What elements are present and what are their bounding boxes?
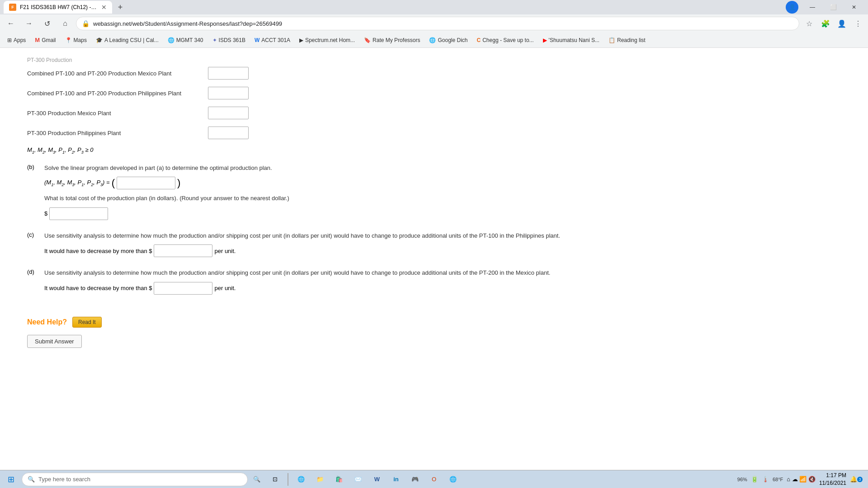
url-text: webassign.net/web/Student/Assignment-Res… [93, 20, 793, 27]
cost-question-text: What is total cost of the production pla… [44, 194, 841, 203]
battery-percentage: 96% [737, 477, 747, 482]
tuple-row: (M1, M2, M3, P1, P2, P3) = ( ) [44, 177, 841, 189]
field-pt300-mexico-input[interactable] [208, 107, 249, 119]
bookmark-spectrum[interactable]: ▶ Spectrum.net Hom... [296, 34, 359, 46]
scrolled-header: PT-300 Production [27, 57, 841, 63]
taskbar-edge-app[interactable]: 🌐 [292, 470, 310, 488]
taskbar-chrome-app[interactable]: 🌐 [444, 470, 462, 488]
taskbar-office-app[interactable]: O [425, 470, 443, 488]
part-c-input[interactable] [154, 244, 212, 257]
bookmark-shuumatsu[interactable]: ▶ 'Shuumatsu Nani S... [539, 34, 603, 46]
taskbar-linkedin-app[interactable]: in [387, 470, 405, 488]
extensions-icon[interactable]: 🧩 [819, 17, 832, 30]
part-b-section: (b) Solve the linear program developed i… [27, 164, 841, 220]
mgmt-icon: 🌐 [168, 37, 175, 43]
google-dich-icon: 🌐 [429, 37, 436, 43]
field-pt300-philippines-input[interactable] [208, 127, 249, 139]
bookmark-google-dich-label: Google Dich [438, 37, 467, 43]
apps-icon: ⊞ [7, 37, 12, 43]
tuple-open-paren: ( [112, 177, 115, 189]
reading-icon: 📋 [609, 37, 615, 43]
thermometer-icon: 🌡️ [762, 476, 769, 483]
system-tray-icons: ⌂ ☁ 📶 🔇 [787, 476, 816, 483]
bookmark-acct-label: ACCT 301A [261, 37, 290, 43]
submit-button[interactable]: Submit Answer [27, 335, 82, 348]
taskbar-task-view[interactable]: ⊡ [266, 470, 284, 488]
part-c-text: Use sensitivity analysis to determine ho… [44, 231, 841, 240]
forward-button[interactable]: → [22, 16, 36, 31]
minimize-button[interactable]: — [802, 0, 823, 14]
maximize-button[interactable]: ⬜ [823, 0, 844, 14]
dollar-sign: $ [44, 210, 47, 217]
home-button[interactable]: ⌂ [58, 16, 72, 31]
taskbar-cortana-button[interactable]: 🔍 [250, 472, 264, 487]
new-tab-button[interactable]: + [114, 1, 127, 14]
read-it-button[interactable]: Read It [72, 317, 102, 328]
bookmark-csu[interactable]: 🎓 A Leading CSU | Cal... [92, 34, 162, 46]
window-controls: — ⬜ ✕ [802, 0, 864, 14]
bookmark-acct[interactable]: W ACCT 301A [251, 34, 294, 46]
profile-icon[interactable]: 👤 [835, 17, 848, 30]
taskbar-store-app[interactable]: 🛍️ [330, 470, 348, 488]
taskbar-explorer-app[interactable]: 📁 [311, 470, 329, 488]
taskbar-mail-app[interactable]: ✉️ [349, 470, 367, 488]
bookmark-gmail-label: Gmail [42, 37, 56, 43]
shuumatsu-icon: ▶ [543, 37, 547, 43]
field-philippines-input[interactable] [208, 87, 249, 99]
tuple-label: (M1, M2, M3, P1, P2, P3) = [44, 179, 110, 187]
tuple-input[interactable] [117, 177, 175, 189]
bookmark-rmp[interactable]: 🔖 Rate My Professors [360, 34, 424, 46]
notification-button[interactable]: 🔔 3 [850, 473, 863, 486]
part-c-answer-row: It would have to decrease by more than $… [44, 244, 841, 257]
task-view-icon: ⊡ [273, 476, 278, 483]
constraint-text: M1, M2, M3, P1, P2, P3 ≥ 0 [27, 146, 93, 153]
cost-input[interactable] [49, 207, 108, 220]
refresh-button[interactable]: ↺ [40, 16, 54, 31]
part-d-prefix: It would have to decrease by more than $ [44, 285, 152, 291]
mail-icon: ✉️ [354, 476, 362, 483]
url-bar[interactable]: 🔒 webassign.net/web/Student/Assignment-R… [76, 17, 799, 30]
field-mexico-input[interactable] [208, 67, 249, 80]
notification-icon: 🔔 [850, 476, 857, 483]
bookmarks-bar: ⊞ Apps M Gmail 📍 Maps 🎓 A Leading CSU | … [0, 33, 868, 48]
date-display: 11/16/2021 [819, 479, 846, 487]
titlebar-controls: 👤 [786, 1, 798, 14]
bookmark-apps[interactable]: ⊞ Apps [4, 34, 29, 46]
back-button[interactable]: ← [4, 16, 18, 31]
active-tab[interactable]: F F21 ISDS361B HW7 (Ch12) - ISD... ✕ [4, 1, 112, 14]
part-d-input[interactable] [154, 282, 212, 295]
bookmark-reading[interactable]: 📋 Reading list [605, 34, 649, 46]
isds-icon: ✦ [212, 37, 217, 43]
menu-icon[interactable]: ⋮ [852, 17, 864, 30]
battery-icon: 🔋 [751, 476, 758, 483]
spectrum-icon: ▶ [299, 37, 303, 43]
close-button[interactable]: ✕ [844, 0, 864, 14]
field-philippines-label: Combined PT-100 and PT-200 Production Ph… [27, 90, 199, 97]
bookmark-reading-label: Reading list [617, 37, 646, 43]
gmail-icon: M [35, 37, 40, 43]
need-help-text: Need Help? [27, 318, 67, 326]
bookmark-gmail[interactable]: M Gmail [31, 34, 59, 46]
bookmark-mgmt[interactable]: 🌐 MGMT 340 [164, 34, 207, 46]
office-icon: O [432, 476, 436, 483]
field-pt300-mexico-label: PT-300 Production Mexico Plant [27, 110, 199, 117]
profile-avatar[interactable]: 👤 [786, 1, 798, 14]
taskbar-search-bar[interactable]: 🔍 Type here to search [22, 473, 248, 486]
time-display: 1:17 PM [819, 472, 846, 479]
field-row-mexico: Combined PT-100 and PT-200 Production Me… [27, 67, 841, 80]
maps-icon: 📍 [65, 37, 72, 43]
taskbar-system-tray: 96% 🔋 🌡️ 68°F ⌂ ☁ 📶 🔇 1:17 PM 11/16/2021… [737, 472, 866, 487]
start-button[interactable]: ⊞ [2, 470, 20, 488]
taskbar-game-app[interactable]: 🎮 [406, 470, 424, 488]
game-icon: 🎮 [411, 476, 419, 483]
bookmark-maps[interactable]: 📍 Maps [61, 34, 90, 46]
titlebar: F F21 ISDS361B HW7 (Ch12) - ISD... ✕ + 👤… [0, 0, 868, 14]
tab-close-button[interactable]: ✕ [101, 4, 107, 11]
bookmark-chegg[interactable]: C Chegg - Save up to... [473, 34, 538, 46]
taskbar-word-app[interactable]: W [368, 470, 386, 488]
bookmark-google-dich[interactable]: 🌐 Google Dich [425, 34, 471, 46]
bookmark-star-icon[interactable]: ☆ [803, 17, 816, 30]
linkedin-icon: in [393, 476, 399, 483]
bookmark-isds[interactable]: ✦ ISDS 361B [209, 34, 249, 46]
part-d-section: (d) Use sensitivity analysis to determin… [27, 268, 841, 295]
